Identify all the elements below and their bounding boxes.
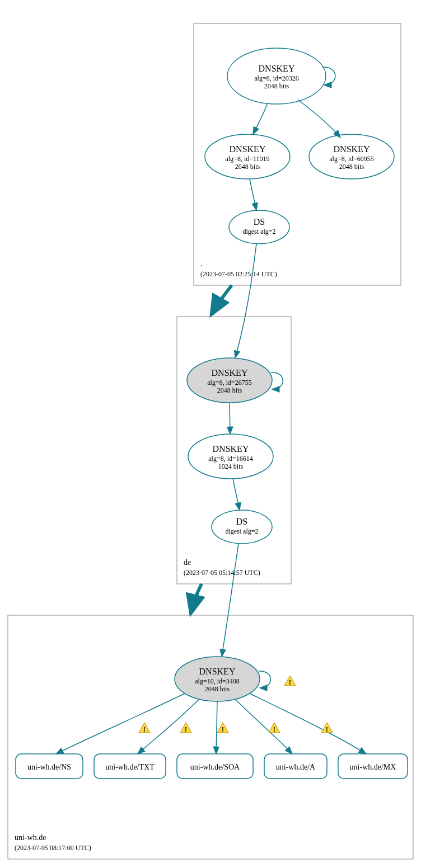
edge-uniwh-txt (138, 699, 199, 754)
svg-text:DS: DS (236, 517, 247, 526)
svg-text:DNSKEY: DNSKEY (334, 144, 370, 154)
edge-uniwh-soa (216, 701, 217, 754)
svg-text:alg=8, id=60955: alg=8, id=60955 (329, 155, 374, 163)
node-root-ds: DS digest alg=2 (229, 210, 289, 244)
svg-text:DNSKEY: DNSKEY (259, 64, 295, 73)
svg-text:alg=8, id=20326: alg=8, id=20326 (254, 74, 299, 82)
svg-text:!: ! (143, 725, 146, 733)
edge-root-ksk-zsk1 (253, 103, 268, 134)
node-de-ds: DS digest alg=2 (212, 510, 272, 544)
node-root-ksk: DNSKEY alg=8, id=20326 2048 bits (227, 48, 326, 104)
svg-text:alg=8, id=16614: alg=8, id=16614 (208, 455, 253, 463)
node-root-zsk2: DNSKEY alg=8, id=60955 2048 bits (309, 134, 394, 179)
svg-text:alg=8, id=26755: alg=8, id=26755 (207, 379, 252, 386)
rrset-ns: uni-wh.de/NS (16, 754, 83, 779)
node-de-zsk: DNSKEY alg=8, id=16614 1024 bits (188, 434, 273, 479)
edge-zone-de-uniwh (191, 584, 202, 611)
warning-icon: ! (217, 723, 228, 733)
rrset-txt: uni-wh.de/TXT (94, 754, 166, 779)
svg-text:uni-wh.de/A: uni-wh.de/A (276, 763, 316, 771)
edge-uniwh-ns (56, 694, 185, 754)
warning-icon: ! (284, 676, 296, 686)
edge-root-ds-de-ksk (235, 244, 256, 358)
zone-label-de: de (184, 558, 191, 567)
svg-text:!: ! (273, 725, 275, 733)
rrset-a: uni-wh.de/A (264, 754, 327, 779)
svg-text:!: ! (222, 725, 224, 733)
svg-text:DNSKEY: DNSKEY (212, 368, 248, 378)
svg-text:uni-wh.de/TXT: uni-wh.de/TXT (105, 763, 155, 771)
warning-icon: ! (139, 723, 150, 733)
svg-text:digest alg=2: digest alg=2 (242, 228, 275, 235)
svg-text:DNSKEY: DNSKEY (199, 667, 236, 676)
svg-text:1024 bits: 1024 bits (218, 463, 244, 470)
svg-text:!: ! (185, 725, 187, 733)
zone-timestamp-uniwh: (2023-07-05 08:17:00 UTC) (15, 844, 91, 852)
svg-text:digest alg=2: digest alg=2 (225, 527, 258, 535)
svg-text:uni-wh.de/MX: uni-wh.de/MX (350, 763, 396, 771)
node-uniwh-ksk: DNSKEY alg=10, id=3408 2048 bits (175, 657, 260, 701)
warning-icon: ! (269, 723, 280, 733)
zone-timestamp-de: (2023-07-05 05:14:57 UTC) (184, 569, 260, 577)
zone-label-root: . (200, 260, 203, 268)
edge-de-ksk-self (271, 372, 283, 389)
svg-text:2048 bits: 2048 bits (264, 82, 289, 90)
warning-icon: ! (180, 723, 191, 733)
edge-uniwh-mx (250, 694, 366, 754)
svg-text:alg=8, id=11019: alg=8, id=11019 (225, 155, 269, 163)
svg-text:DS: DS (254, 217, 265, 227)
edge-de-zsk-ds (233, 479, 240, 510)
edge-uniwh-ksk-self (259, 671, 270, 688)
svg-point-24 (212, 510, 272, 544)
svg-text:2048 bits: 2048 bits (339, 163, 364, 171)
warning-icon: ! (321, 723, 333, 733)
svg-text:2048 bits: 2048 bits (217, 386, 242, 394)
svg-text:2048 bits: 2048 bits (205, 685, 230, 693)
edge-de-ds-uniwh-ksk (222, 544, 238, 657)
zone-box-uniwh (8, 615, 413, 859)
dnssec-graph: . (2023-07-05 02:25:14 UTC) DNSKEY alg=8… (0, 0, 421, 868)
svg-text:!: ! (289, 678, 291, 686)
node-de-ksk: DNSKEY alg=8, id=26755 2048 bits (187, 358, 272, 403)
svg-text:uni-wh.de/SOA: uni-wh.de/SOA (190, 763, 240, 771)
edge-de-ksk-zsk (230, 403, 230, 434)
svg-text:uni-wh.de/NS: uni-wh.de/NS (27, 763, 71, 771)
zone-timestamp-root: (2023-07-05 02:25:14 UTC) (200, 270, 277, 278)
svg-text:!: ! (326, 725, 328, 733)
svg-text:DNSKEY: DNSKEY (213, 444, 249, 454)
node-root-zsk1: DNSKEY alg=8, id=11019 2048 bits (205, 134, 290, 179)
svg-text:2048 bits: 2048 bits (235, 163, 260, 171)
edge-root-ksk-zsk2 (298, 100, 340, 138)
edge-uniwh-a (235, 699, 292, 754)
svg-text:DNSKEY: DNSKEY (230, 144, 266, 154)
svg-text:alg=10, id=3408: alg=10, id=3408 (195, 677, 240, 685)
rrset-mx: uni-wh.de/MX (338, 754, 408, 779)
zone-label-uniwh: uni-wh.de (15, 833, 46, 842)
edge-root-zsk1-ds (250, 179, 256, 210)
edge-zone-root-de (213, 285, 232, 312)
rrset-soa: uni-wh.de/SOA (177, 754, 253, 779)
svg-point-13 (229, 210, 289, 244)
